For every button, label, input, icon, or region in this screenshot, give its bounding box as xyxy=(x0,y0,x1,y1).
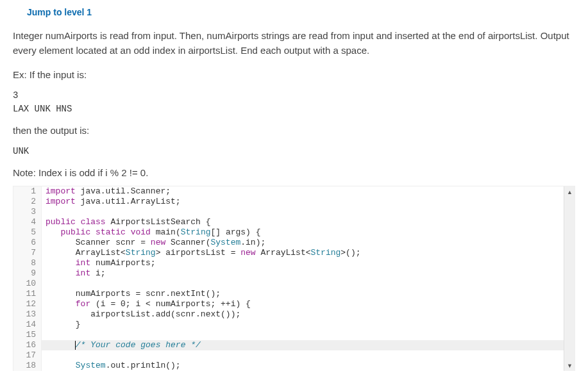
code-content[interactable] xyxy=(42,279,575,289)
scroll-up-arrow-icon[interactable]: ▲ xyxy=(564,186,575,197)
line-number: 8 xyxy=(13,258,42,268)
code-line[interactable]: 9 int i; xyxy=(13,268,575,279)
code-content[interactable]: import java.util.ArrayList; xyxy=(42,197,575,207)
line-number: 15 xyxy=(13,330,42,340)
scroll-down-arrow-icon[interactable]: ▼ xyxy=(564,360,575,371)
example-input-line: 3 xyxy=(13,89,575,102)
code-content[interactable] xyxy=(42,350,575,361)
code-content[interactable]: Scanner scnr = new Scanner(System.in); xyxy=(42,238,575,248)
code-editor[interactable]: 1import java.util.Scanner;2import java.u… xyxy=(13,186,575,371)
code-line[interactable]: 7 ArrayList<String> airportsList = new A… xyxy=(13,248,575,258)
code-content[interactable] xyxy=(42,207,575,217)
example-input-label: Ex: If the input is: xyxy=(13,69,575,80)
code-line[interactable]: 17 xyxy=(13,350,575,361)
example-input-block: 3 LAX UNK HNS xyxy=(13,89,575,116)
scrollbar-track[interactable]: ▲ ▼ xyxy=(564,186,575,371)
code-line[interactable]: 12 for (i = 0; i < numAirports; ++i) { xyxy=(13,299,575,309)
problem-note: Note: Index i is odd if i % 2 != 0. xyxy=(13,167,575,178)
line-number: 18 xyxy=(13,361,42,371)
code-line[interactable]: 1import java.util.Scanner; xyxy=(13,186,575,197)
code-line[interactable]: 8 int numAirports; xyxy=(13,258,575,268)
line-number: 10 xyxy=(13,279,42,289)
code-content[interactable]: import java.util.Scanner; xyxy=(42,186,575,197)
code-line[interactable]: 16 /* Your code goes here */ xyxy=(13,340,575,350)
code-line[interactable]: 2import java.util.ArrayList; xyxy=(13,197,575,207)
line-number: 5 xyxy=(13,227,42,238)
code-content[interactable]: int i; xyxy=(42,268,575,279)
code-content[interactable]: airportsList.add(scnr.next()); xyxy=(42,309,575,320)
code-content[interactable]: /* Your code goes here */ xyxy=(42,340,575,350)
jump-to-level-link[interactable]: Jump to level 1 xyxy=(27,7,92,17)
example-output-label: then the output is: xyxy=(13,125,575,136)
code-line[interactable]: 6 Scanner scnr = new Scanner(System.in); xyxy=(13,238,575,248)
code-line[interactable]: 18 System.out.println(); xyxy=(13,361,575,371)
line-number: 14 xyxy=(13,320,42,330)
line-number: 9 xyxy=(13,268,42,279)
code-line[interactable]: 15 xyxy=(13,330,575,340)
line-number: 3 xyxy=(13,207,42,217)
example-output-block: UNK xyxy=(13,145,575,158)
example-output-line: UNK xyxy=(13,145,575,158)
line-number: 13 xyxy=(13,309,42,320)
line-number: 16 xyxy=(13,340,42,350)
line-number: 6 xyxy=(13,238,42,248)
line-number: 7 xyxy=(13,248,42,258)
code-viewport[interactable]: 1import java.util.Scanner;2import java.u… xyxy=(13,186,575,371)
code-line[interactable]: 14 } xyxy=(13,320,575,330)
code-content[interactable]: ArrayList<String> airportsList = new Arr… xyxy=(42,248,575,258)
code-content[interactable]: } xyxy=(42,320,575,330)
code-content[interactable]: System.out.println(); xyxy=(42,361,575,371)
code-content[interactable]: for (i = 0; i < numAirports; ++i) { xyxy=(42,299,575,309)
code-content[interactable]: public static void main(String[] args) { xyxy=(42,227,575,238)
code-line[interactable]: 13 airportsList.add(scnr.next()); xyxy=(13,309,575,320)
code-content[interactable]: int numAirports; xyxy=(42,258,575,268)
line-number: 2 xyxy=(13,197,42,207)
code-line[interactable]: 3 xyxy=(13,207,575,217)
line-number: 17 xyxy=(13,350,42,361)
line-number: 1 xyxy=(13,186,42,197)
line-number: 11 xyxy=(13,289,42,299)
line-number: 12 xyxy=(13,299,42,309)
code-line[interactable]: 5 public static void main(String[] args)… xyxy=(13,227,575,238)
line-number: 4 xyxy=(13,217,42,227)
example-input-line: LAX UNK HNS xyxy=(13,102,575,116)
code-content[interactable]: public class AirportsListSearch { xyxy=(42,217,575,227)
code-line[interactable]: 10 xyxy=(13,279,575,289)
code-content[interactable]: numAirports = scnr.nextInt(); xyxy=(42,289,575,299)
code-line[interactable]: 11 numAirports = scnr.nextInt(); xyxy=(13,289,575,299)
code-content[interactable] xyxy=(42,330,575,340)
code-line[interactable]: 4public class AirportsListSearch { xyxy=(13,217,575,227)
problem-description: Integer numAirports is read from input. … xyxy=(13,29,575,58)
